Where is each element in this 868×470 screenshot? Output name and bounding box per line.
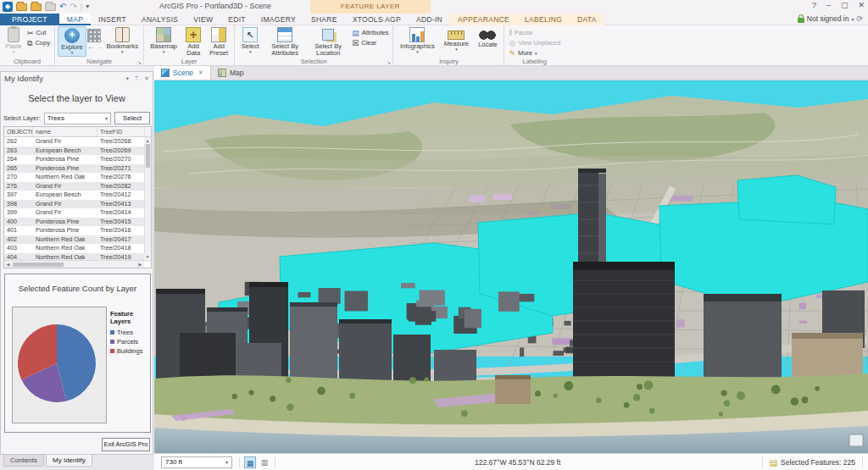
pane-menu-icon[interactable]: ▾ bbox=[125, 75, 129, 82]
chevron-down-icon: ▾ bbox=[225, 457, 228, 467]
minimize-button[interactable]: – bbox=[826, 1, 831, 9]
table-horizontal-scrollbar[interactable]: ◀ ▶ bbox=[4, 260, 144, 268]
dialog-launcher-icon[interactable]: ↘ bbox=[387, 59, 392, 66]
scene-3d-view[interactable] bbox=[154, 80, 868, 453]
infographics-button[interactable]: Infographics ▾ bbox=[396, 26, 438, 57]
ribbon-tab-data[interactable]: DATA bbox=[570, 14, 604, 25]
lock-icon bbox=[798, 18, 804, 23]
scroll-down-icon[interactable]: ▼ bbox=[144, 253, 151, 260]
scroll-up-icon[interactable]: ▲ bbox=[144, 137, 151, 144]
select-by-attributes-button[interactable]: Select By Attributes bbox=[264, 26, 306, 58]
cut-button[interactable]: ✂Cut bbox=[25, 28, 52, 37]
zoom-tools-icon[interactable] bbox=[87, 29, 101, 42]
ribbon-tab-insert[interactable]: INSERT bbox=[91, 14, 134, 25]
scene-canvas[interactable] bbox=[154, 80, 868, 453]
previous-extent-icon[interactable]: ← bbox=[87, 43, 94, 51]
table-row[interactable]: 403Northern Red OakTree/20418 bbox=[4, 244, 151, 253]
close-button[interactable]: ✕ bbox=[858, 1, 865, 9]
scene-navigator-icon[interactable] bbox=[849, 434, 863, 446]
table-row[interactable]: 262Grand FirTree/20268 bbox=[4, 137, 151, 147]
paste-button: Paste ▾ bbox=[3, 26, 25, 57]
ribbon-tab-add-in[interactable]: ADD-IN bbox=[409, 14, 450, 25]
table-cell: Tree/20276 bbox=[97, 173, 145, 182]
basemap-button[interactable]: Basemap ▾ bbox=[147, 26, 181, 57]
table-row[interactable]: 264Ponderosa PineTree/20270 bbox=[4, 155, 151, 164]
undo-icon[interactable]: ↶ bbox=[59, 1, 66, 13]
select-button[interactable]: ↖ Select ▾ bbox=[237, 26, 263, 57]
snap-toggle-icon[interactable]: ▥ bbox=[259, 456, 270, 468]
selected-features-readout[interactable]: ▤ Selected Features: 225 bbox=[762, 456, 863, 468]
table-row[interactable]: 402Northern Red OakTree/20417 bbox=[4, 235, 151, 245]
ribbon-tab-edit[interactable]: EDIT bbox=[220, 14, 253, 25]
table-row[interactable]: 265Ponderosa PineTree/20271 bbox=[4, 164, 151, 174]
more-labeling-button[interactable]: ✎More▾ bbox=[507, 48, 562, 58]
attribute-table[interactable]: OBJECTIDnameTreeFID262Grand FirTree/2026… bbox=[3, 126, 152, 268]
restore-button[interactable]: ▢ bbox=[841, 1, 849, 9]
attributes-button[interactable]: ▤Attributes bbox=[350, 28, 390, 37]
locate-button[interactable]: Locate bbox=[474, 26, 501, 57]
ribbon-tab-project[interactable]: PROJECT bbox=[0, 14, 59, 25]
dock-tab-contents[interactable]: Contents bbox=[3, 455, 44, 467]
bookmarks-button[interactable]: Bookmarks ▾ bbox=[103, 26, 141, 57]
view-unplaced-icon: ◎ bbox=[509, 39, 515, 47]
customize-qat-icon[interactable]: ▾ bbox=[86, 1, 89, 13]
help-button[interactable]: ? bbox=[812, 1, 816, 9]
table-row[interactable]: 400Ponderosa PineTree/20415 bbox=[4, 218, 151, 227]
ribbon-group-selection: ↖ Select ▾ Select By Attributes Select B… bbox=[235, 25, 393, 66]
layer-dropdown[interactable]: Trees ▾ bbox=[44, 113, 111, 124]
clear-button[interactable]: ☒Clear bbox=[350, 38, 390, 47]
ribbon-tab-appearance[interactable]: APPEARANCE bbox=[450, 14, 517, 25]
table-row[interactable]: 276Grand FirTree/20282 bbox=[4, 182, 151, 191]
table-cell: Tree/20270 bbox=[97, 155, 145, 164]
table-cell: 398 bbox=[4, 200, 33, 209]
dock-tabs: ContentsMy Identify bbox=[0, 455, 154, 470]
account-status[interactable]: Not signed in ▾ ⟳ bbox=[798, 14, 863, 23]
table-vertical-scrollbar[interactable] bbox=[144, 137, 151, 260]
table-cell: Tree/20416 bbox=[97, 226, 145, 235]
scroll-right-icon[interactable]: ▶ bbox=[136, 261, 144, 268]
ribbon-tab-imagery[interactable]: IMAGERY bbox=[253, 14, 303, 25]
view-tab-map[interactable]: Map bbox=[211, 66, 251, 80]
map-scale-select[interactable]: 730 ft ▾ bbox=[161, 456, 232, 468]
ribbon-tab-map[interactable]: MAP bbox=[59, 14, 91, 25]
explore-button[interactable]: + Explore ▾ bbox=[58, 26, 86, 57]
view-tab-scene[interactable]: Scene✕ bbox=[154, 66, 211, 80]
grid-toggle-icon[interactable]: ▦ bbox=[244, 456, 256, 468]
table-row[interactable]: 397European BeechTree/20412 bbox=[4, 191, 151, 200]
account-label: Not signed in bbox=[807, 14, 849, 23]
add-data-button[interactable]: + Add Data bbox=[181, 26, 205, 58]
table-cell: 265 bbox=[4, 164, 33, 174]
select-layer-button[interactable]: Select bbox=[114, 112, 150, 124]
table-cell: Grand Fir bbox=[33, 182, 97, 191]
table-row[interactable]: 401Ponderosa PineTree/20416 bbox=[4, 226, 151, 235]
ribbon-tab-xtools-agp[interactable]: XTOOLS AGP bbox=[345, 14, 409, 25]
navigate-tools[interactable]: ← → bbox=[87, 26, 103, 51]
dialog-launcher-icon[interactable]: ↘ bbox=[136, 59, 142, 66]
pie-chart bbox=[12, 307, 107, 423]
ribbon-tab-analysis[interactable]: ANALYSIS bbox=[134, 14, 186, 25]
dock-tab-my-identify[interactable]: My Identify bbox=[46, 455, 92, 467]
select-by-location-button[interactable]: Select By Location bbox=[307, 26, 349, 58]
add-preset-button[interactable]: Add Preset bbox=[206, 26, 231, 58]
refresh-icon[interactable]: ⟳ bbox=[856, 14, 863, 23]
table-cell: 276 bbox=[4, 182, 33, 191]
window-title: ArcGIS Pro - Portland3D - Scene bbox=[159, 2, 271, 10]
close-pane-icon[interactable]: ✕ bbox=[144, 75, 149, 82]
pin-icon[interactable]: ⍑ bbox=[135, 75, 138, 82]
ribbon-tab-labeling[interactable]: LABELING bbox=[517, 14, 570, 25]
copy-button[interactable]: ⧉Copy bbox=[25, 38, 52, 47]
ribbon-tab-view[interactable]: VIEW bbox=[186, 14, 220, 25]
import-map-icon[interactable] bbox=[31, 3, 42, 11]
table-row[interactable]: 270Northern Red OakTree/20276 bbox=[4, 173, 151, 182]
scroll-left-icon[interactable]: ◀ bbox=[4, 261, 12, 268]
close-view-icon[interactable]: ✕ bbox=[198, 69, 203, 76]
table-row[interactable]: 263European BeechTree/20269 bbox=[4, 147, 151, 156]
measure-button[interactable]: Measure ▾ bbox=[439, 26, 473, 57]
open-project-icon[interactable] bbox=[16, 3, 27, 11]
exit-arcgis-button[interactable]: Exit ArcGIS Pro bbox=[102, 438, 150, 451]
ribbon-tab-share[interactable]: SHARE bbox=[303, 14, 345, 25]
ribbon-tabs: PROJECTMAPINSERTANALYSISVIEWEDITIMAGERYS… bbox=[0, 14, 868, 25]
ribbon-group-navigate: + Explore ▾ ← → Bookmarks ▾ Navigate ↘ bbox=[55, 25, 144, 66]
table-row[interactable]: 399Grand FirTree/20414 bbox=[4, 208, 151, 218]
table-row[interactable]: 398Grand FirTree/20413 bbox=[4, 200, 151, 209]
